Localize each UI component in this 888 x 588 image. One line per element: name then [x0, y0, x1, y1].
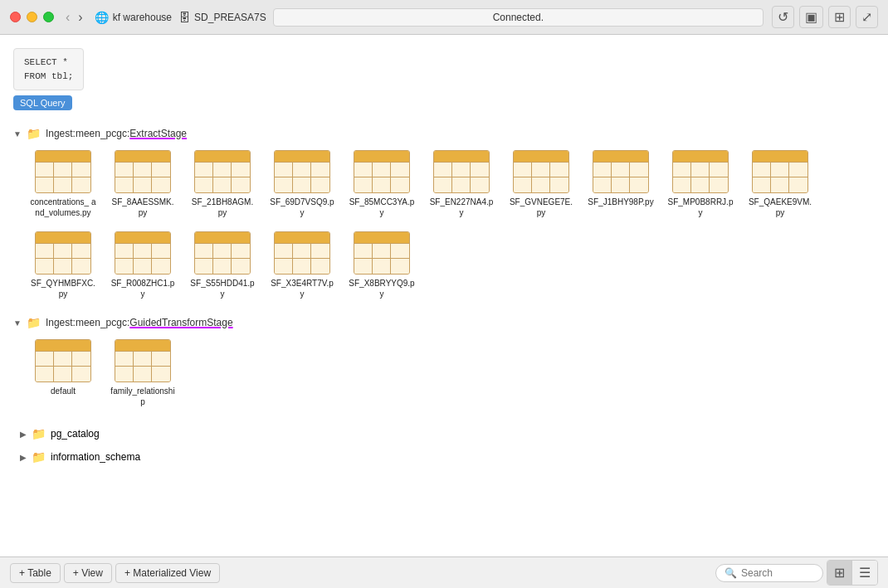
- item-label: SF_QYHMBFXC.py: [30, 278, 96, 299]
- sql-query-badge[interactable]: SQL Query: [13, 95, 72, 110]
- view-toggle: ⊞ ☰: [827, 560, 878, 586]
- list-item[interactable]: SF_QAEKE9VM.py: [747, 150, 813, 218]
- search-icon: 🔍: [725, 567, 737, 579]
- search-input[interactable]: [741, 567, 814, 579]
- refresh-button[interactable]: ↺: [772, 6, 794, 28]
- main-content: SELECT * FROM tbl; SQL Query ▼ 📁 Ingest:…: [0, 35, 888, 556]
- item-label: default: [51, 386, 76, 396]
- table-icon: [752, 150, 808, 193]
- item-label: SF_QAEKE9VM.py: [747, 197, 813, 218]
- item-label: SF_S55HDD41.py: [189, 278, 256, 299]
- list-item[interactable]: SF_EN227NA4.py: [428, 150, 495, 218]
- list-item[interactable]: SF_QYHMBFXC.py: [30, 231, 96, 299]
- list-item[interactable]: SF_85MCC3YA.py: [349, 150, 415, 218]
- list-item[interactable]: SF_R008ZHC1.py: [110, 231, 176, 299]
- table-icon: [354, 150, 410, 193]
- titlebar-actions: ↺ ▣ ⊞ ⤢: [772, 6, 878, 28]
- list-item[interactable]: SF_J1BHY98P.py: [588, 150, 654, 218]
- bottom-toolbar: + Table + View + Materialized View 🔍 ⊞ ☰: [0, 556, 888, 588]
- maximize-button[interactable]: [43, 12, 54, 22]
- table-icon: [593, 150, 649, 193]
- list-item[interactable]: SF_X8BRYYQ9.py: [349, 231, 415, 299]
- item-label: SF_21BH8AGM.py: [189, 197, 256, 218]
- breadcrumb-connection[interactable]: 🌐 kf warehouse: [95, 11, 172, 24]
- information-schema-section: ▶ 📁 information_schema: [13, 447, 875, 467]
- table-icon: [274, 150, 330, 193]
- minimize-button[interactable]: [27, 12, 37, 22]
- extract-stage-section: ▼ 📁 Ingest:meen_pcgc:ExtractStage concen…: [13, 127, 875, 299]
- list-item[interactable]: SF_GVNEGE7E.py: [508, 150, 574, 218]
- grid-view-button[interactable]: ⊞: [827, 561, 851, 585]
- information-schema-row[interactable]: ▶ 📁 information_schema: [13, 447, 875, 467]
- sql-query-card: SELECT * FROM tbl; SQL Query: [13, 48, 84, 110]
- list-item[interactable]: default: [30, 339, 96, 407]
- table-icon: [433, 150, 490, 193]
- add-table-button[interactable]: + Table: [10, 563, 61, 583]
- extract-stage-grid: concentrations_ and_volumes.py SF_8AAESS…: [13, 150, 875, 299]
- item-label: SF_J1BHY98P.py: [588, 197, 653, 207]
- guided-transform-section: ▼ 📁 Ingest:meen_pcgc:GuidedTransformStag…: [13, 316, 875, 407]
- list-item[interactable]: SF_X3E4RT7V.py: [269, 231, 335, 299]
- item-label: SF_R008ZHC1.py: [110, 278, 176, 299]
- list-item[interactable]: SF_21BH8AGM.py: [189, 150, 256, 218]
- table-icon: [194, 231, 251, 275]
- table-icon: [354, 231, 410, 275]
- table-icon: [35, 339, 91, 382]
- connection-label: kf warehouse: [113, 12, 172, 23]
- sql-line1: SELECT *: [24, 56, 73, 70]
- item-label: concentrations_ and_volumes.py: [30, 197, 96, 218]
- guided-transform-header[interactable]: ▼ 📁 Ingest:meen_pcgc:GuidedTransformStag…: [13, 316, 875, 329]
- breadcrumb-db[interactable]: 🗄 SD_PREASA7S: [178, 11, 266, 24]
- item-label: SF_69D7VSQ9.py: [269, 197, 335, 218]
- search-field[interactable]: 🔍: [715, 564, 823, 582]
- add-view-button[interactable]: + View: [64, 563, 112, 583]
- pg-catalog-row[interactable]: ▶ 📁 pg_catalog: [13, 424, 875, 444]
- table-icon: [115, 150, 171, 193]
- add-materialized-view-button[interactable]: + Materialized View: [115, 563, 220, 583]
- item-label: SF_MP0B8RRJ.py: [667, 197, 734, 218]
- list-item[interactable]: SF_MP0B8RRJ.py: [667, 150, 734, 218]
- information-schema-arrow: ▶: [20, 453, 27, 462]
- close-button[interactable]: [10, 12, 21, 22]
- table-icon: [672, 150, 729, 193]
- list-item[interactable]: concentrations_ and_volumes.py: [30, 150, 96, 218]
- sql-code-box: SELECT * FROM tbl;: [13, 48, 84, 90]
- traffic-lights: [10, 12, 54, 22]
- item-label: SF_GVNEGE7E.py: [508, 197, 574, 218]
- list-item[interactable]: SF_8AAESSMK.py: [110, 150, 176, 218]
- table-icon: [274, 231, 330, 275]
- pg-catalog-arrow: ▶: [20, 430, 27, 439]
- connection-icon: 🌐: [95, 11, 109, 24]
- breadcrumb-area: 🌐 kf warehouse 🗄 SD_PREASA7S Connected.: [95, 8, 764, 27]
- pg-catalog-label: pg_catalog: [51, 428, 100, 440]
- guided-transform-label: Ingest:meen_pcgc:GuidedTransformStage: [46, 317, 233, 328]
- table-icon: [35, 231, 91, 275]
- list-item[interactable]: SF_S55HDD41.py: [189, 231, 256, 299]
- pg-catalog-icon: 📁: [32, 427, 46, 440]
- sql-line2: FROM tbl;: [24, 70, 73, 84]
- single-panel-button[interactable]: ▣: [799, 6, 823, 28]
- extract-stage-arrow: ▼: [13, 129, 22, 138]
- table-icon: [35, 150, 91, 193]
- information-schema-label: information_schema: [51, 451, 140, 463]
- table-icon: [194, 150, 251, 193]
- pg-catalog-section: ▶ 📁 pg_catalog: [13, 424, 875, 444]
- table-icon: [115, 231, 171, 275]
- list-item[interactable]: family_relationship: [110, 339, 176, 407]
- db-label: SD_PREASA7S: [194, 12, 266, 23]
- list-item[interactable]: SF_69D7VSQ9.py: [269, 150, 335, 218]
- item-label: family_relationship: [110, 386, 176, 407]
- guided-transform-arrow: ▼: [13, 318, 22, 328]
- connection-status: Connected.: [273, 8, 764, 27]
- db-icon: 🗄: [178, 11, 190, 24]
- item-label: SF_X8BRYYQ9.py: [349, 278, 415, 299]
- forward-button[interactable]: ›: [75, 8, 85, 27]
- guided-transform-grid: default family_relationship: [13, 339, 875, 407]
- expand-button[interactable]: ⤢: [856, 6, 878, 28]
- back-button[interactable]: ‹: [62, 8, 73, 27]
- extract-stage-header[interactable]: ▼ 📁 Ingest:meen_pcgc:ExtractStage: [13, 127, 875, 140]
- split-panel-button[interactable]: ⊞: [828, 6, 851, 28]
- item-label: SF_8AAESSMK.py: [110, 197, 176, 218]
- information-schema-icon: 📁: [32, 450, 46, 464]
- list-view-button[interactable]: ☰: [851, 561, 877, 585]
